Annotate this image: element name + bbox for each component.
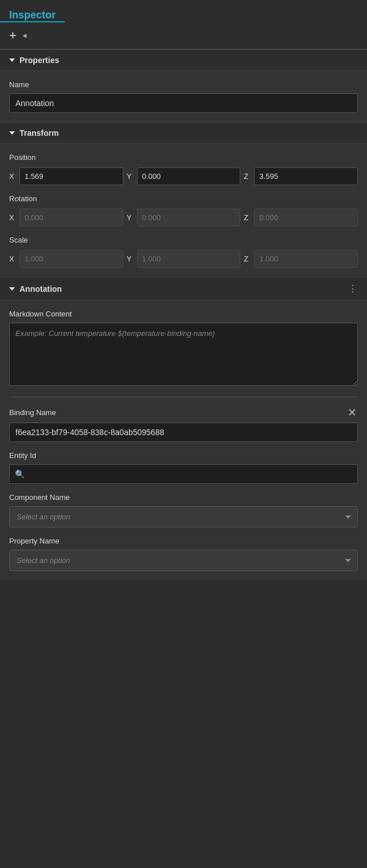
component-name-select-wrapper: Select an option: [9, 506, 358, 527]
position-label: Position: [9, 153, 358, 162]
toolbar: + ◄: [0, 22, 367, 49]
transform-chevron-icon: [9, 131, 15, 135]
component-name-select[interactable]: Select an option: [9, 506, 358, 527]
properties-section-header[interactable]: Properties: [0, 49, 367, 71]
name-input[interactable]: [9, 93, 358, 113]
rotation-x-label: X: [9, 213, 16, 222]
scale-label: Scale: [9, 236, 358, 244]
scale-y-label: Y: [127, 255, 134, 263]
rotation-label: Rotation: [9, 194, 358, 203]
position-x-label: X: [9, 172, 16, 181]
rotation-z-input[interactable]: [254, 209, 358, 226]
scale-x-label: X: [9, 255, 16, 263]
binding-name-label: Binding Name: [9, 408, 56, 417]
toolbar-arrow-icon: ◄: [21, 32, 28, 40]
transform-section-header[interactable]: Transform: [0, 122, 367, 144]
transform-section-body: Position X Y Z Rotation X Y Z Scale X Y …: [0, 144, 367, 277]
properties-chevron-icon: [9, 58, 15, 62]
scale-x-input[interactable]: [19, 250, 123, 268]
markdown-content-input[interactable]: [9, 323, 358, 386]
binding-name-header: Binding Name: [9, 406, 358, 418]
scale-row: X Y Z: [9, 250, 358, 268]
annotation-chevron-icon: [9, 287, 15, 291]
position-y-label: Y: [127, 172, 134, 181]
inspector-title: Inspector: [9, 9, 56, 26]
position-x-input[interactable]: [19, 167, 123, 185]
position-row: X Y Z: [9, 167, 358, 185]
entity-id-label: Entity Id: [9, 451, 358, 460]
close-icon: [348, 408, 356, 416]
divider: [9, 397, 358, 397]
binding-name-input[interactable]: [9, 423, 358, 442]
markdown-content-label: Markdown Content: [9, 310, 358, 318]
position-z-label: Z: [244, 172, 251, 181]
rotation-y-label: Y: [127, 213, 134, 222]
annotation-section-header[interactable]: Annotation ⋮: [0, 277, 367, 300]
annotation-section-label: Annotation: [19, 284, 62, 294]
inspector-header: Inspector: [0, 0, 367, 22]
transform-section-label: Transform: [19, 128, 58, 138]
rotation-z-label: Z: [244, 213, 251, 222]
rotation-y-input[interactable]: [137, 209, 241, 226]
scale-y-input[interactable]: [137, 250, 241, 268]
search-icon: 🔍: [15, 470, 25, 479]
annotation-more-button[interactable]: ⋮: [348, 283, 358, 294]
scale-z-label: Z: [244, 255, 251, 263]
property-name-select[interactable]: Select an option: [9, 550, 358, 571]
entity-id-search-wrapper: 🔍: [9, 464, 358, 484]
annotation-section-body: Markdown Content Binding Name Entity Id …: [0, 300, 367, 580]
binding-name-close-button[interactable]: [346, 406, 358, 418]
position-y-input[interactable]: [137, 167, 241, 185]
properties-section-label: Properties: [19, 56, 59, 65]
name-field-label: Name: [9, 80, 358, 89]
property-name-select-wrapper: Select an option: [9, 550, 358, 571]
add-button[interactable]: +: [9, 28, 17, 43]
transform-section: Transform Position X Y Z Rotation X Y Z …: [0, 122, 367, 277]
entity-id-input[interactable]: [9, 464, 358, 484]
rotation-row: X Y Z: [9, 209, 358, 226]
rotation-x-input[interactable]: [19, 209, 123, 226]
scale-z-input[interactable]: [254, 250, 358, 268]
property-name-label: Property Name: [9, 537, 358, 545]
properties-section-body: Name: [0, 71, 367, 122]
component-name-label: Component Name: [9, 493, 358, 502]
position-z-input[interactable]: [254, 167, 358, 185]
